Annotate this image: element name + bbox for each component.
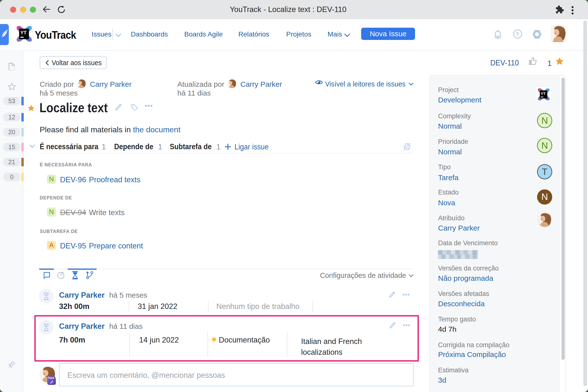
svg-text:YT: YT — [20, 30, 27, 35]
svg-text:YT: YT — [541, 92, 546, 96]
svg-text:?: ? — [516, 31, 519, 37]
